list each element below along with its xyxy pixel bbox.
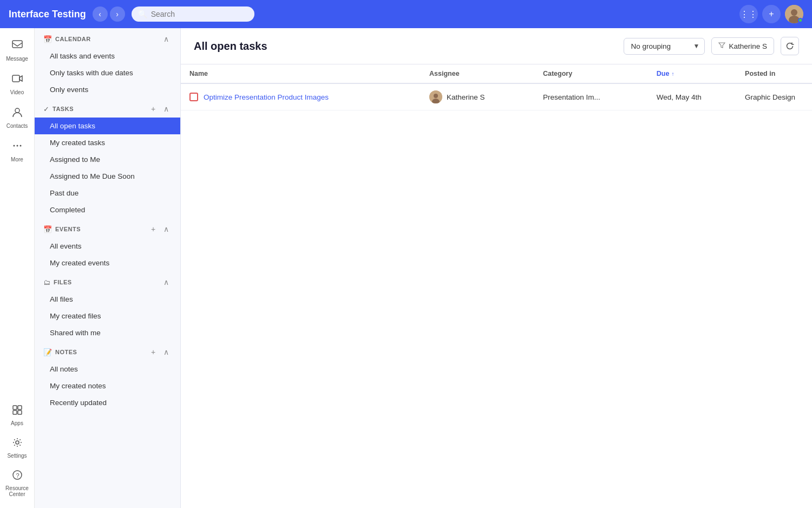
icon-nav-bottom: Apps Settings ? Resource <box>2 400 32 502</box>
task-due-cell: Wed, May 4th <box>648 83 736 110</box>
sidebar-item-my-created-notes[interactable]: My created notes <box>35 377 180 394</box>
files-section-header: 🗂 FILES ∧ <box>35 271 180 291</box>
more-label: More <box>11 157 23 162</box>
sidebar-item-settings[interactable]: Settings <box>2 433 32 463</box>
search-input[interactable] <box>132 6 254 22</box>
task-name-link[interactable]: Optimize Presentation Product Images <box>204 93 329 101</box>
sidebar-item-past-due[interactable]: Past due <box>35 185 180 201</box>
events-collapse-button[interactable]: ∧ <box>161 224 172 235</box>
sidebar-item-assigned-to-me[interactable]: Assigned to Me <box>35 151 180 168</box>
contacts-icon <box>11 106 23 121</box>
filter-label: Katherine S <box>729 42 767 50</box>
notes-collapse-button[interactable]: ∧ <box>161 347 172 357</box>
app-title: Interface Testing <box>9 9 86 20</box>
svg-rect-11 <box>13 411 17 414</box>
main-layout: Message Video Contacts <box>0 28 812 508</box>
video-label: Video <box>10 89 24 95</box>
grouping-select[interactable]: No grouping Assignee Category Status <box>624 38 705 55</box>
apps-label: Apps <box>11 420 23 426</box>
col-header-assignee: Assignee <box>421 64 534 83</box>
page-title: All open tasks <box>194 40 617 53</box>
sidebar-item-assigned-to-me-due-soon[interactable]: Assigned to Me Due Soon <box>35 168 180 185</box>
filter-button[interactable]: Katherine S <box>711 37 774 55</box>
svg-rect-4 <box>12 75 19 82</box>
tasks-section-title: TASKS <box>53 106 145 112</box>
calendar-section-title: CALENDAR <box>55 36 158 42</box>
sidebar-item-video[interactable]: Video <box>2 68 32 100</box>
task-posted-in-cell: Graphic Design <box>736 83 812 110</box>
events-section-header: 📅 EVENTS + ∧ <box>35 218 180 238</box>
task-category-cell: Presentation Im... <box>534 83 648 110</box>
sidebar-item-all-tasks-events[interactable]: All tasks and events <box>35 48 180 64</box>
svg-rect-10 <box>18 406 22 409</box>
more-icon <box>11 140 23 154</box>
svg-rect-9 <box>13 406 17 409</box>
contacts-label: Contacts <box>6 123 28 129</box>
svg-point-17 <box>434 94 438 98</box>
apps-grid-button[interactable]: ⋮⋮ <box>739 5 758 23</box>
events-section-actions: + ∧ <box>148 224 172 235</box>
topbar: Interface Testing ‹ › 🔍 ⋮⋮ + <box>0 0 812 28</box>
icon-nav: Message Video Contacts <box>0 28 35 508</box>
online-indicator <box>798 18 803 23</box>
sidebar-item-resource-center[interactable]: ? Resource Center <box>2 465 32 502</box>
svg-point-1 <box>791 9 797 16</box>
notes-section-actions: + ∧ <box>148 347 172 357</box>
settings-label: Settings <box>7 453 27 459</box>
calendar-section-header: 📅 CALENDAR ∧ <box>35 28 180 48</box>
sidebar-item-my-created-tasks[interactable]: My created tasks <box>35 134 180 151</box>
add-button[interactable]: + <box>762 5 781 23</box>
files-section-actions: ∧ <box>161 277 172 288</box>
sidebar-item-message[interactable]: Message <box>2 35 32 66</box>
svg-point-7 <box>16 145 18 147</box>
calendar-section-icon: 📅 <box>43 35 52 43</box>
sidebar-item-all-open-tasks[interactable]: All open tasks <box>35 118 180 134</box>
message-icon <box>11 39 23 54</box>
sidebar-item-shared-with-me[interactable]: Shared with me <box>35 324 180 341</box>
col-header-due[interactable]: Due ↑ <box>648 64 736 83</box>
notes-add-button[interactable]: + <box>148 347 159 357</box>
sidebar: 📅 CALENDAR ∧ All tasks and events Only t… <box>35 28 181 508</box>
nav-arrows: ‹ › <box>93 6 125 22</box>
sidebar-item-only-events[interactable]: Only events <box>35 81 180 98</box>
sidebar-item-more[interactable]: More <box>2 135 32 167</box>
files-collapse-button[interactable]: ∧ <box>161 277 172 288</box>
sidebar-item-my-created-files[interactable]: My created files <box>35 308 180 324</box>
content-header: All open tasks No grouping Assignee Cate… <box>181 28 812 64</box>
sidebar-item-only-tasks-due-dates[interactable]: Only tasks with due dates <box>35 64 180 81</box>
sidebar-item-contacts[interactable]: Contacts <box>2 102 32 133</box>
col-header-category: Category <box>534 64 648 83</box>
assignee-avatar <box>429 90 442 103</box>
nav-back-button[interactable]: ‹ <box>93 6 108 22</box>
sidebar-item-all-notes[interactable]: All notes <box>35 361 180 377</box>
calendar-collapse-button[interactable]: ∧ <box>161 34 172 44</box>
notes-section-header: 📝 NOTES + ∧ <box>35 341 180 361</box>
files-section-icon: 🗂 <box>43 278 50 286</box>
events-add-button[interactable]: + <box>148 224 159 235</box>
sidebar-item-completed[interactable]: Completed <box>35 201 180 218</box>
sort-asc-icon: ↑ <box>671 71 674 77</box>
resource-center-icon: ? <box>12 470 23 483</box>
message-label: Message <box>6 56 28 62</box>
task-checkbox[interactable] <box>189 93 198 101</box>
sidebar-item-apps[interactable]: Apps <box>2 400 32 431</box>
events-section-title: EVENTS <box>55 226 145 232</box>
refresh-button[interactable] <box>781 37 799 55</box>
tasks-table: Name Assignee Category Due ↑ <box>181 64 812 110</box>
tasks-section-icon: ✓ <box>43 105 49 113</box>
sidebar-item-all-events[interactable]: All events <box>35 238 180 255</box>
col-header-posted-in: Posted in <box>736 64 812 83</box>
nav-forward-button[interactable]: › <box>110 6 125 22</box>
svg-point-8 <box>19 145 21 147</box>
content-area: All open tasks No grouping Assignee Cate… <box>181 28 812 508</box>
assignee-name: Katherine S <box>447 93 485 101</box>
tasks-add-button[interactable]: + <box>148 103 159 114</box>
sidebar-item-recently-updated[interactable]: Recently updated <box>35 394 180 411</box>
tasks-section-actions: + ∧ <box>148 103 172 114</box>
sidebar-item-all-files[interactable]: All files <box>35 291 180 308</box>
sidebar-item-my-created-events[interactable]: My created events <box>35 255 180 271</box>
apps-icon <box>12 405 23 418</box>
tasks-collapse-button[interactable]: ∧ <box>161 103 172 114</box>
user-avatar-wrap[interactable] <box>785 5 803 23</box>
col-header-name: Name <box>181 64 421 83</box>
